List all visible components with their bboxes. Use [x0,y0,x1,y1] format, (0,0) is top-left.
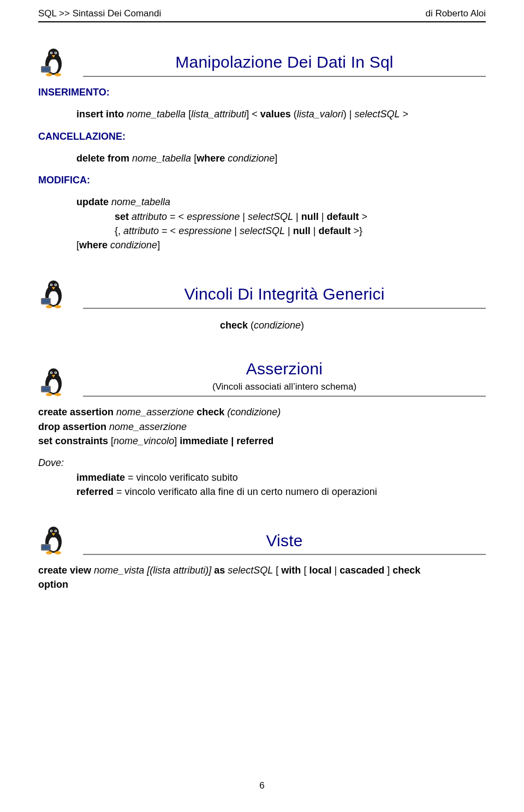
svg-point-30 [55,372,56,373]
kw-local: local [309,565,331,576]
header-rule [38,21,486,22]
modifica-label: MODIFICA: [38,174,486,187]
inserimento-block: INSERIMENTO: insert into nome_tabella [l… [38,86,486,121]
text: > [361,211,367,222]
arg-lista-valori: lista_valori [297,109,343,120]
arg-lista-attributi: [(lista attributi)] [147,565,211,576]
section-rule [83,76,486,77]
section-title: Vincoli Di Integrità Generici [83,283,486,306]
kw-immediate-referred: immediate | referred [180,435,273,446]
arg-nome-vista: nome_vista [94,565,144,576]
svg-rect-23 [42,299,50,303]
section-heading-vincoli: Vincoli Di Integrità Generici [38,278,486,309]
arg-selectsql: selectSQL [355,109,400,120]
text: ] [174,435,177,446]
arg-condizione: condizione [110,240,157,250]
kw-as: as [214,565,225,576]
kw-default: default [326,211,359,222]
text: | [321,211,324,222]
page: SQL >> Sintassi Dei Comandi di Roberto A… [0,0,524,812]
section-title: Viste [83,530,486,552]
arg-espressione: espressione [187,211,240,222]
arg-selectsql: selectSQL [240,225,285,236]
viste-body: create view nome_vista [(lista attributi… [38,564,486,592]
kw-delete-from: delete from [76,153,129,164]
arg-selectsql: selectSQL [248,211,293,222]
page-number: 6 [0,780,524,792]
kw-create-assertion: create assertion [38,407,114,417]
cancellazione-label: CANCELLAZIONE: [38,130,486,143]
asserzioni-body: create assertion nome_asserzione check (… [38,405,486,447]
section-subtitle: (Vincoli associati all’intero schema) [83,381,486,393]
svg-point-42 [55,530,56,532]
svg-rect-11 [42,67,50,71]
penguin-icon [38,366,69,397]
svg-point-32 [46,393,52,396]
kw-where: where [196,153,225,164]
svg-point-45 [55,551,61,554]
inserimento-label: INSERIMENTO: [38,86,486,99]
svg-point-41 [51,530,52,532]
svg-point-29 [51,372,52,373]
text: = < [162,225,176,236]
text: {, [115,225,121,236]
kw-check: check [392,565,420,576]
arg-nome-asserzione: nome_asserzione [109,421,187,432]
svg-point-17 [51,284,52,285]
text: | [234,225,237,236]
text: | [334,565,337,576]
arg-condizione: condizione [254,320,301,331]
section-rule [83,308,486,309]
text: [ [303,565,306,576]
penguin-icon [38,278,69,309]
text: ] [157,240,160,250]
svg-point-8 [46,73,52,76]
svg-point-5 [51,52,52,53]
section-heading-viste: Viste [38,524,486,555]
svg-rect-35 [42,387,50,391]
arg-attributo: attributo [123,225,159,236]
svg-point-33 [55,393,61,396]
text: ) [301,320,304,331]
section-rule [83,396,486,397]
svg-point-9 [55,73,61,76]
section-title: Manipolazione Dei Dati In Sql [83,51,486,74]
kw-check: check [220,320,248,331]
header-right: di Roberto Aloi [425,8,486,20]
arg-nome-tabella: nome_tabella [111,196,170,207]
arg-nome-vincolo: nome_vincolo [114,435,174,446]
kw-default: default [318,225,350,236]
arg-nome-tabella: nome_tabella [132,153,191,164]
svg-rect-47 [42,545,50,550]
svg-point-20 [46,305,52,308]
header-row: SQL >> Sintassi Dei Comandi di Roberto A… [38,8,486,20]
kw-update: update [76,196,109,207]
text: = < [170,211,184,222]
dove-block: Dove: immediate = vincolo verificato sub… [38,456,486,498]
section-rule [83,554,486,555]
check-line: check (condizione) [38,319,486,332]
section-heading-asserzioni: Asserzioni (Vincoli associati all’intero… [38,358,486,397]
kw-values: values [260,109,291,120]
text: | [296,211,299,222]
arg-condizione: (condizione) [227,407,281,417]
kw-set: set [115,211,129,222]
text: > [403,109,409,120]
text: | [242,211,245,222]
kw-drop-assertion: drop assertion [38,421,106,432]
section-title: Asserzioni [83,358,486,380]
kw-set-constraints: set constraints [38,435,108,446]
arg-attributo: attributo [132,211,167,222]
text: >} [353,225,362,236]
text: ] [275,153,277,164]
header-left: SQL >> Sintassi Dei Comandi [38,8,161,20]
arg-lista-attributi: lista_attributi [191,109,246,120]
text: [ [276,565,278,576]
kw-option: option [38,579,68,590]
svg-point-6 [55,52,56,53]
modifica-block: MODIFICA: update nome_tabella set attrib… [38,174,486,252]
kw-null: null [293,225,311,236]
arg-condizione: condizione [228,153,275,164]
text: = vincolo verificato alla fine di un cer… [114,486,377,497]
section-heading-manipolazione: Manipolazione Dei Dati In Sql [38,46,486,77]
